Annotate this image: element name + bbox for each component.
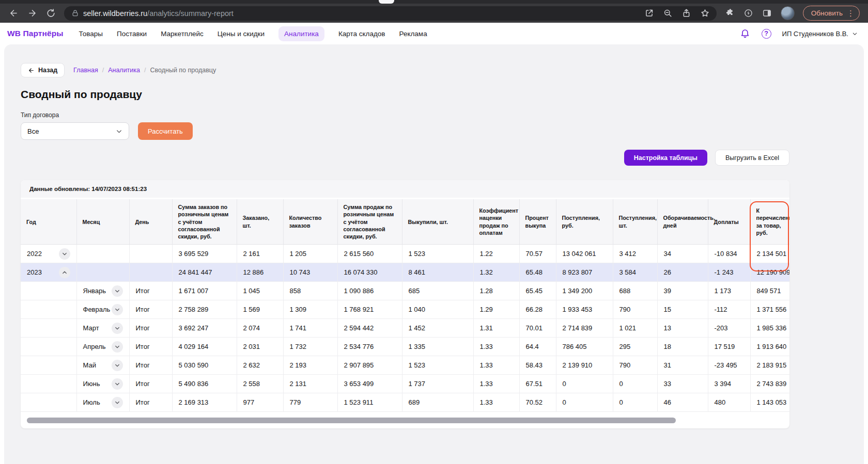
month-cell: Март bbox=[76, 319, 129, 338]
value-cell: 2 183 915 bbox=[750, 356, 789, 375]
contract-type-label: Тип договора bbox=[21, 111, 847, 119]
nav-item-5[interactable]: Карта складов bbox=[338, 30, 385, 38]
active-tab-sliver bbox=[379, 0, 394, 4]
contract-type-select[interactable]: Все bbox=[21, 122, 129, 140]
address-bar[interactable]: seller.wildberries.ru/analytics/summary-… bbox=[64, 6, 717, 21]
notifications-bell-icon[interactable] bbox=[739, 28, 751, 39]
value-cell: 2 907 895 bbox=[337, 356, 402, 375]
forward-icon[interactable] bbox=[27, 8, 37, 19]
chrome-update-label: Обновить bbox=[811, 9, 843, 17]
value-cell: 688 bbox=[613, 282, 657, 300]
value-cell: 2 031 bbox=[237, 338, 283, 356]
day-cell: Итог bbox=[129, 300, 172, 319]
value-cell: 0 bbox=[556, 375, 613, 393]
column-header: Выкупили, шт. bbox=[402, 199, 473, 245]
value-cell: 65.45 bbox=[519, 282, 556, 300]
nav-item-0[interactable]: Товары bbox=[79, 30, 103, 38]
value-cell: 689 bbox=[402, 393, 473, 412]
column-header: Оборачиваемость, дней bbox=[657, 199, 708, 245]
account-menu[interactable]: ИП Студенников В.В. bbox=[782, 30, 858, 38]
chrome-menu-kebab-icon[interactable]: ⋮ bbox=[847, 9, 855, 17]
export-excel-button[interactable]: Выгрузить в Excel bbox=[715, 150, 789, 166]
value-cell: 2 558 bbox=[237, 375, 283, 393]
bookmark-star-icon[interactable] bbox=[700, 8, 710, 19]
expand-month-button[interactable] bbox=[112, 378, 123, 390]
value-cell: 3 584 bbox=[613, 263, 657, 282]
day-cell bbox=[129, 263, 172, 282]
lock-icon bbox=[71, 9, 79, 17]
zoom-icon[interactable] bbox=[663, 8, 673, 19]
value-cell: 1 985 336 bbox=[750, 319, 789, 338]
nav-item-4[interactable]: Аналитика bbox=[278, 26, 324, 41]
value-cell: 13 bbox=[657, 319, 708, 338]
month-label: Март bbox=[83, 324, 99, 332]
wb-partners-logo[interactable]: WB Партнёры bbox=[7, 29, 64, 38]
value-cell: -23 495 bbox=[708, 356, 750, 375]
back-button[interactable]: Назад bbox=[21, 63, 65, 77]
value-cell: 3 412 bbox=[613, 245, 657, 263]
value-cell: 685 bbox=[402, 282, 473, 300]
expand-month-button[interactable] bbox=[112, 397, 123, 408]
value-cell: 3 692 247 bbox=[172, 319, 237, 338]
month-label: Июль bbox=[83, 398, 100, 406]
year-cell bbox=[21, 338, 76, 356]
value-cell: 480 bbox=[708, 393, 750, 412]
value-cell: 17 519 bbox=[708, 338, 750, 356]
value-cell: 1.33 bbox=[473, 375, 519, 393]
share-icon[interactable] bbox=[681, 8, 692, 19]
year-label: 2023 bbox=[27, 268, 42, 276]
expand-year-button[interactable] bbox=[59, 267, 70, 278]
chrome-update-button[interactable]: Обновить ⋮ bbox=[803, 6, 860, 21]
column-header: День bbox=[129, 199, 172, 245]
value-cell: 39 bbox=[657, 282, 708, 300]
scrollbar-thumb[interactable] bbox=[27, 418, 676, 423]
value-cell: 0 bbox=[613, 393, 657, 412]
year-label: 2022 bbox=[27, 250, 42, 258]
day-cell: Итог bbox=[129, 319, 172, 338]
column-header: Заказано, шт. bbox=[237, 199, 283, 245]
back-icon[interactable] bbox=[8, 8, 19, 19]
calculate-button[interactable]: Рассчитать bbox=[138, 122, 193, 140]
value-cell: 1 335 bbox=[402, 338, 473, 356]
expand-month-button[interactable] bbox=[112, 304, 123, 315]
open-in-new-icon[interactable] bbox=[644, 8, 655, 19]
reload-icon[interactable] bbox=[45, 8, 56, 19]
contract-type-value: Все bbox=[27, 127, 39, 135]
breadcrumb-item-0[interactable]: Главная bbox=[73, 67, 98, 74]
expand-month-button[interactable] bbox=[112, 323, 123, 334]
table-row: ЯнварьИтог1 671 0071 0458581 090 8866851… bbox=[21, 282, 789, 300]
nav-item-6[interactable]: Реклама bbox=[399, 30, 427, 38]
breadcrumb-item-1[interactable]: Аналитика bbox=[108, 67, 140, 74]
sidebar-toggle-icon[interactable] bbox=[762, 8, 772, 19]
breadcrumb-item-2: Сводный по продавцу bbox=[150, 67, 216, 74]
horizontal-scrollbar[interactable] bbox=[21, 412, 789, 428]
expand-month-button[interactable] bbox=[112, 360, 123, 371]
browser-profile-avatar[interactable] bbox=[781, 6, 795, 20]
value-cell: 1 021 bbox=[613, 319, 657, 338]
value-cell: 46 bbox=[657, 393, 708, 412]
expand-month-button[interactable] bbox=[112, 341, 123, 353]
table-settings-button[interactable]: Настройка таблицы bbox=[624, 150, 707, 166]
expand-year-button[interactable] bbox=[59, 248, 70, 260]
value-cell: 1.32 bbox=[473, 263, 519, 282]
day-cell: Итог bbox=[129, 282, 172, 300]
value-cell: 858 bbox=[283, 282, 337, 300]
nav-item-2[interactable]: Маркетплейс bbox=[161, 30, 204, 38]
table-row: АпрельИтог4 029 1642 0311 7322 534 7761 … bbox=[21, 338, 789, 356]
site-header: WB Партнёры ТоварыПоставкиМаркетплейсЦен… bbox=[0, 23, 868, 44]
value-cell: 65.48 bbox=[519, 263, 556, 282]
year-cell bbox=[21, 393, 76, 412]
energy-saver-icon[interactable] bbox=[743, 8, 754, 19]
value-cell: 1 732 bbox=[283, 338, 337, 356]
expand-month-button[interactable] bbox=[112, 285, 123, 297]
value-cell: 1 737 bbox=[402, 375, 473, 393]
breadcrumb: Главная/Аналитика/Сводный по продавцу bbox=[73, 67, 216, 74]
nav-item-1[interactable]: Поставки bbox=[117, 30, 147, 38]
value-cell: 2 074 bbox=[237, 319, 283, 338]
help-icon[interactable]: ? bbox=[762, 29, 771, 39]
column-header: Месяц bbox=[76, 199, 129, 245]
extensions-puzzle-icon[interactable] bbox=[725, 8, 735, 19]
nav-item-3[interactable]: Цены и скидки bbox=[218, 30, 265, 38]
value-cell: 34 bbox=[657, 245, 708, 263]
value-cell: 1.22 bbox=[473, 245, 519, 263]
